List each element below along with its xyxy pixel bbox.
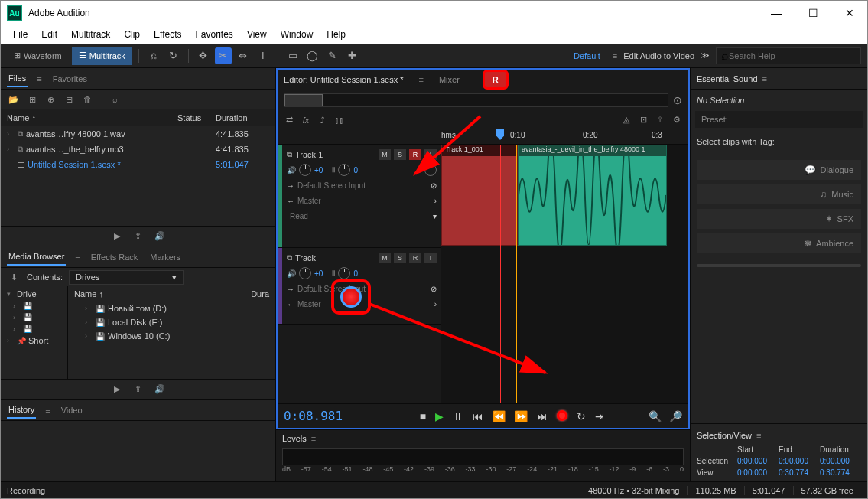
essential-sound-menu-icon[interactable]: ≡ [762, 74, 767, 83]
menu-effects[interactable]: Effects [148, 28, 187, 41]
zoom-out-icon[interactable]: 🔎 [669, 410, 682, 422]
go-start-button[interactable]: ⏮ [473, 410, 483, 422]
volume-knob[interactable] [299, 164, 311, 176]
eq-icon[interactable]: ⫿⫿ [333, 113, 346, 127]
history-menu-icon[interactable]: ≡ [45, 406, 50, 415]
media-browser-menu-icon[interactable]: ≡ [75, 253, 80, 262]
pan-knob[interactable] [338, 164, 350, 176]
output-dropdown[interactable]: Master [297, 300, 321, 308]
close-file-icon[interactable]: ⊟ [62, 93, 76, 106]
selection-view-menu-icon[interactable]: ≡ [756, 431, 761, 440]
col-name-header[interactable]: Name ↑ [7, 113, 177, 122]
mute-button[interactable]: M [379, 149, 391, 160]
preview-autoplay-icon[interactable]: 🔊 [153, 230, 167, 243]
tab-video[interactable]: Video [60, 403, 84, 418]
track-name[interactable]: Track [295, 253, 375, 263]
skip-silence-button[interactable]: ⇥ [595, 410, 604, 422]
tab-files[interactable]: Files [7, 70, 28, 87]
expand-chevron-icon[interactable]: › [7, 130, 15, 138]
drives-dropdown[interactable]: Drives▾ [69, 270, 184, 285]
redo-icon[interactable]: ↻ [165, 47, 182, 64]
arm-record-button[interactable]: R [409, 253, 421, 263]
selection-end[interactable]: 0:00.000 [779, 457, 820, 465]
pan-knob[interactable] [338, 267, 350, 279]
maximize-button[interactable]: ☐ [801, 4, 824, 22]
file-row[interactable]: ›⧉avantas…_the_belfry.mp3 4:41.835 [1, 142, 275, 157]
pause-button[interactable]: ⏸ [453, 410, 463, 422]
audio-clip[interactable]: avantasia_-_devil_in_the_belfry 48000 1 [518, 145, 667, 246]
undo-icon[interactable]: ⎌ [145, 47, 162, 64]
automation-mode-dropdown[interactable]: Read [290, 212, 308, 220]
stop-button[interactable]: ■ [420, 410, 426, 422]
loop-icon[interactable]: ⇄ [282, 113, 296, 127]
menu-edit[interactable]: Edit [35, 28, 63, 41]
preset-dropdown[interactable]: Preset: [695, 111, 863, 128]
workspace-default[interactable]: Default [567, 51, 606, 60]
clip-icon[interactable]: ⊡ [636, 113, 650, 127]
mixer-tab[interactable]: Mixer [439, 75, 460, 84]
zoom-full-icon[interactable]: ⊙ [673, 94, 682, 106]
editor-title[interactable]: Editor: Untitled Session 1.sesx * [284, 75, 404, 84]
menu-file[interactable]: File [7, 28, 34, 41]
search-help-input[interactable] [729, 51, 856, 60]
files-panel-menu-icon[interactable]: ≡ [37, 74, 41, 83]
media-col-name[interactable]: Name ↑ [74, 289, 251, 298]
expand-chevron-icon[interactable]: › [7, 145, 15, 153]
menu-window[interactable]: Window [275, 28, 320, 41]
preview-autoplay-icon[interactable]: 🔊 [153, 383, 167, 396]
slip-tool-icon[interactable]: ⇔ [235, 47, 252, 64]
preview-loop-icon[interactable]: ⇪ [132, 383, 145, 396]
tree-root[interactable]: ▾Drive [4, 288, 64, 300]
overview-handle[interactable] [284, 94, 323, 106]
snap-icon[interactable]: ⟟ [653, 113, 667, 127]
col-status-header[interactable]: Status [177, 113, 216, 122]
timecode-display[interactable]: 0:08.981 [284, 409, 375, 423]
drive-item[interactable]: ›💾Windows 10 (C:) [68, 329, 275, 343]
solo-button[interactable]: S [394, 253, 406, 263]
search-files-icon[interactable]: ⌕ [108, 93, 122, 106]
loop-button[interactable]: ↻ [577, 410, 586, 422]
open-file-icon[interactable]: 📂 [7, 93, 21, 106]
view-start[interactable]: 0:00.000 [737, 468, 779, 477]
solo-button[interactable]: S [394, 149, 406, 160]
delete-file-icon[interactable]: 🗑 [80, 93, 94, 106]
tab-favorites[interactable]: Favorites [51, 71, 89, 86]
workspace-menu-icon[interactable]: ≡ [613, 51, 617, 60]
new-file-icon[interactable]: ⊕ [44, 93, 57, 106]
col-duration-header[interactable]: Duration [216, 113, 269, 122]
search-help-box[interactable]: ⌕ [716, 47, 861, 64]
track-name[interactable]: Track 1 [295, 150, 375, 159]
track-expand-icon[interactable]: ⧉ [287, 150, 292, 159]
workspace-expand-icon[interactable]: ≫ [701, 51, 710, 60]
brush-icon[interactable]: ✎ [324, 47, 341, 64]
razor-tool-icon[interactable]: ✂ [215, 47, 232, 64]
media-col-duration[interactable]: Dura [251, 289, 269, 298]
move-tool-icon[interactable]: ✥ [195, 47, 212, 64]
editor-menu-icon[interactable]: ≡ [419, 75, 424, 84]
menu-help[interactable]: Help [320, 28, 352, 41]
tab-media-browser[interactable]: Media Browser [7, 249, 66, 266]
tag-ambience-button[interactable]: ❃Ambience [697, 233, 861, 253]
settings-icon[interactable]: ⚙ [670, 113, 684, 127]
time-selection-icon[interactable]: I [255, 47, 271, 64]
metronome-icon[interactable]: ◬ [619, 113, 633, 127]
tree-drive[interactable]: ›💾 [4, 300, 64, 311]
file-row[interactable]: ›⧉avantas…lfry 48000 1.wav 4:41.835 [1, 126, 275, 142]
marquee-icon[interactable]: ▭ [284, 47, 301, 64]
tab-markers[interactable]: Markers [148, 250, 182, 265]
preview-play-icon[interactable]: ▶ [110, 383, 124, 396]
tab-history[interactable]: History [7, 402, 36, 419]
tree-shortcuts[interactable]: ›📌Short [4, 334, 64, 347]
view-end[interactable]: 0:30.774 [779, 468, 820, 477]
view-duration[interactable]: 0:30.774 [820, 468, 861, 477]
drive-item[interactable]: ›💾Новый том (D:) [68, 302, 275, 315]
sends-icon[interactable]: ⤴ [316, 113, 330, 127]
selection-duration[interactable]: 0:00.000 [820, 457, 861, 465]
play-button[interactable]: ▶ [435, 410, 444, 422]
fx-icon[interactable]: fx [299, 113, 313, 127]
multitrack-mode-button[interactable]: ☰Multitrack [72, 47, 132, 65]
output-dropdown[interactable]: Master [297, 197, 321, 205]
input-monitor-button[interactable]: I [424, 253, 437, 263]
lasso-icon[interactable]: ◯ [304, 47, 321, 64]
preview-loop-icon[interactable]: ⇪ [132, 230, 145, 243]
